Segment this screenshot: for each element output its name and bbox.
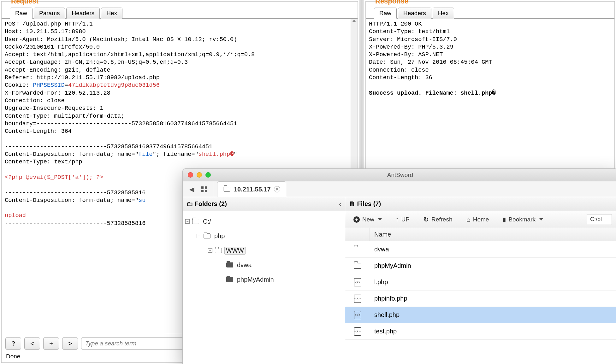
nav-grid-icon[interactable] xyxy=(198,184,210,195)
folder-icon xyxy=(226,262,233,267)
folder-tree: −C:/−php−WWWdvwaphpMyAdmin xyxy=(183,211,345,290)
files-column-header: Name xyxy=(345,228,616,241)
add-button[interactable]: + xyxy=(43,337,59,350)
folders-pane: 🗀 Folders (2) ‹ −C:/−php−WWWdvwaphpMyAdm… xyxy=(183,197,345,364)
refresh-icon xyxy=(424,216,429,223)
tree-node[interactable]: −WWW xyxy=(208,243,342,258)
code-file-icon: </> xyxy=(354,278,361,286)
tab-hex[interactable]: Hex xyxy=(101,8,122,19)
file-name: shell.php xyxy=(370,311,616,319)
tab-raw[interactable]: Raw xyxy=(10,8,33,19)
response-tabs: Raw Headers Hex xyxy=(366,7,614,19)
files-pane: 🗎 Files (7) + New UP Refresh xyxy=(345,197,616,364)
folder-icon: 🗀 xyxy=(187,200,195,207)
scroll-up-icon xyxy=(352,20,356,22)
file-row[interactable]: </>shell.php xyxy=(345,307,616,323)
tree-node-label: php xyxy=(213,232,226,240)
folder-icon xyxy=(224,187,230,191)
file-row[interactable]: </>test.php xyxy=(345,323,616,340)
arrow-up-icon xyxy=(396,216,399,223)
tree-node-label: WWW xyxy=(224,247,246,255)
response-title: Response xyxy=(366,0,614,7)
path-input[interactable]: C:/pl xyxy=(587,214,612,225)
file-name: l.php xyxy=(370,279,616,286)
tab-headers[interactable]: Headers xyxy=(66,8,100,19)
up-button[interactable]: UP xyxy=(393,215,412,224)
collapse-node-icon[interactable]: − xyxy=(208,248,212,253)
file-name: phpMyAdmin xyxy=(370,262,616,269)
close-tab-icon[interactable]: ✕ xyxy=(274,186,280,192)
folder-icon xyxy=(215,248,222,253)
tree-node[interactable]: dvwa xyxy=(219,258,342,272)
bookmark-button[interactable]: Bookmark xyxy=(500,215,546,224)
file-name: phpinfo.php xyxy=(370,295,616,302)
code-file-icon: </> xyxy=(354,295,361,303)
file-row[interactable]: </>l.php xyxy=(345,274,616,291)
files-title: Files (7) xyxy=(357,200,381,207)
file-list: dvwaphpMyAdmin</>l.php</>phpinfo.php</>s… xyxy=(345,241,616,340)
window-minimize-icon[interactable] xyxy=(197,172,202,178)
chevron-down-icon xyxy=(539,218,543,220)
refresh-button[interactable]: Refresh xyxy=(421,214,455,225)
prev-button[interactable]: < xyxy=(24,337,40,350)
collapse-node-icon[interactable]: − xyxy=(197,234,201,238)
file-icon: 🗎 xyxy=(349,200,357,207)
tree-node[interactable]: −C:/ xyxy=(185,214,342,229)
code-file-icon: </> xyxy=(354,311,361,319)
window-title: AntSword xyxy=(183,172,616,179)
collapse-node-icon[interactable]: − xyxy=(185,219,190,224)
file-row[interactable]: phpMyAdmin xyxy=(345,258,616,274)
file-name: test.php xyxy=(370,328,616,335)
home-button[interactable]: Home xyxy=(464,214,491,225)
folder-icon xyxy=(354,263,361,269)
folders-title: Folders (2) xyxy=(195,200,227,207)
ip-tab-label: 10.211.55.17 xyxy=(234,186,271,193)
col-name-header[interactable]: Name xyxy=(370,228,616,241)
help-button[interactable]: ? xyxy=(5,337,21,350)
next-button[interactable]: > xyxy=(62,337,78,350)
antsword-window: AntSword ◀ 10.211.55.17 ✕ 🗀 Folders (2) … xyxy=(182,168,616,364)
plus-circle-icon: + xyxy=(353,216,360,223)
tree-node-label: phpMyAdmin xyxy=(236,276,275,283)
file-row[interactable]: dvwa xyxy=(345,241,616,258)
resp-tab-raw[interactable]: Raw xyxy=(374,8,397,19)
file-row[interactable]: </>phpinfo.php xyxy=(345,291,616,307)
window-titlebar[interactable]: AntSword xyxy=(183,169,616,181)
nav-back-button[interactable]: ◀ xyxy=(185,184,198,195)
folder-icon xyxy=(226,277,233,282)
files-toolbar: + New UP Refresh Home B xyxy=(345,211,616,228)
code-file-icon: </> xyxy=(354,327,361,336)
tree-node-label: dvwa xyxy=(236,261,253,269)
chevron-down-icon xyxy=(378,218,382,220)
tree-node[interactable]: phpMyAdmin xyxy=(219,272,342,287)
file-name: dvwa xyxy=(370,246,616,253)
home-icon xyxy=(466,215,470,224)
ip-tab[interactable]: 10.211.55.17 ✕ xyxy=(217,181,286,197)
tree-node-label: C:/ xyxy=(202,218,212,225)
folder-icon xyxy=(192,219,199,224)
collapse-folders-icon[interactable]: ‹ xyxy=(339,200,341,208)
resp-tab-headers[interactable]: Headers xyxy=(398,8,431,19)
request-tabs: Raw Params Headers Hex xyxy=(2,7,358,19)
folder-icon xyxy=(204,233,210,238)
bookmark-icon xyxy=(503,216,506,223)
tree-node[interactable]: −php xyxy=(197,229,342,243)
folder-icon xyxy=(354,247,361,252)
tab-params[interactable]: Params xyxy=(34,8,65,19)
window-close-icon[interactable] xyxy=(188,172,193,178)
request-title: Request xyxy=(2,0,358,7)
new-button[interactable]: + New xyxy=(351,215,384,224)
resp-tab-hex[interactable]: Hex xyxy=(433,8,454,19)
window-maximize-icon[interactable] xyxy=(205,172,211,178)
